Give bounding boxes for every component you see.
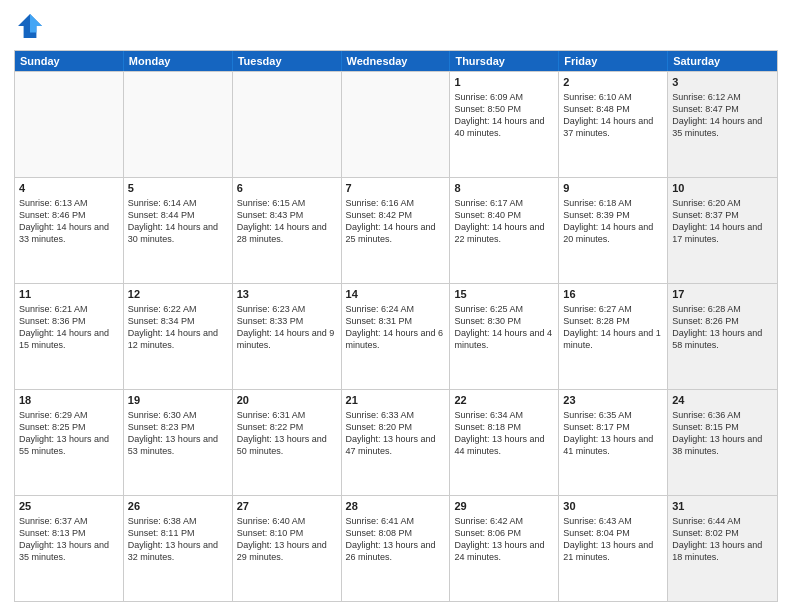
- header-day-saturday: Saturday: [668, 51, 777, 71]
- cell-info: Sunrise: 6:09 AM Sunset: 8:50 PM Dayligh…: [454, 91, 554, 140]
- calendar-row-4: 25Sunrise: 6:37 AM Sunset: 8:13 PM Dayli…: [15, 495, 777, 601]
- calendar-row-0: 1Sunrise: 6:09 AM Sunset: 8:50 PM Daylig…: [15, 71, 777, 177]
- day-number: 23: [563, 393, 663, 408]
- day-number: 28: [346, 499, 446, 514]
- cell-info: Sunrise: 6:38 AM Sunset: 8:11 PM Dayligh…: [128, 515, 228, 564]
- cell-info: Sunrise: 6:22 AM Sunset: 8:34 PM Dayligh…: [128, 303, 228, 352]
- cal-cell-2-3: 14Sunrise: 6:24 AM Sunset: 8:31 PM Dayli…: [342, 284, 451, 389]
- cal-cell-2-0: 11Sunrise: 6:21 AM Sunset: 8:36 PM Dayli…: [15, 284, 124, 389]
- cell-info: Sunrise: 6:30 AM Sunset: 8:23 PM Dayligh…: [128, 409, 228, 458]
- cell-info: Sunrise: 6:43 AM Sunset: 8:04 PM Dayligh…: [563, 515, 663, 564]
- cell-info: Sunrise: 6:31 AM Sunset: 8:22 PM Dayligh…: [237, 409, 337, 458]
- day-number: 20: [237, 393, 337, 408]
- day-number: 30: [563, 499, 663, 514]
- cell-info: Sunrise: 6:35 AM Sunset: 8:17 PM Dayligh…: [563, 409, 663, 458]
- logo: [14, 10, 50, 42]
- logo-icon: [14, 10, 46, 42]
- cal-cell-0-1: [124, 72, 233, 177]
- day-number: 31: [672, 499, 773, 514]
- cal-cell-3-3: 21Sunrise: 6:33 AM Sunset: 8:20 PM Dayli…: [342, 390, 451, 495]
- cell-info: Sunrise: 6:36 AM Sunset: 8:15 PM Dayligh…: [672, 409, 773, 458]
- cal-cell-4-4: 29Sunrise: 6:42 AM Sunset: 8:06 PM Dayli…: [450, 496, 559, 601]
- cal-cell-2-4: 15Sunrise: 6:25 AM Sunset: 8:30 PM Dayli…: [450, 284, 559, 389]
- day-number: 22: [454, 393, 554, 408]
- cell-info: Sunrise: 6:27 AM Sunset: 8:28 PM Dayligh…: [563, 303, 663, 352]
- cal-cell-2-1: 12Sunrise: 6:22 AM Sunset: 8:34 PM Dayli…: [124, 284, 233, 389]
- cal-cell-3-6: 24Sunrise: 6:36 AM Sunset: 8:15 PM Dayli…: [668, 390, 777, 495]
- cell-info: Sunrise: 6:17 AM Sunset: 8:40 PM Dayligh…: [454, 197, 554, 246]
- cal-cell-4-5: 30Sunrise: 6:43 AM Sunset: 8:04 PM Dayli…: [559, 496, 668, 601]
- cal-cell-4-3: 28Sunrise: 6:41 AM Sunset: 8:08 PM Dayli…: [342, 496, 451, 601]
- day-number: 10: [672, 181, 773, 196]
- calendar-body: 1Sunrise: 6:09 AM Sunset: 8:50 PM Daylig…: [15, 71, 777, 601]
- cal-cell-2-6: 17Sunrise: 6:28 AM Sunset: 8:26 PM Dayli…: [668, 284, 777, 389]
- cal-cell-3-2: 20Sunrise: 6:31 AM Sunset: 8:22 PM Dayli…: [233, 390, 342, 495]
- svg-marker-1: [30, 14, 42, 32]
- cell-info: Sunrise: 6:15 AM Sunset: 8:43 PM Dayligh…: [237, 197, 337, 246]
- day-number: 6: [237, 181, 337, 196]
- cal-cell-0-4: 1Sunrise: 6:09 AM Sunset: 8:50 PM Daylig…: [450, 72, 559, 177]
- cell-info: Sunrise: 6:37 AM Sunset: 8:13 PM Dayligh…: [19, 515, 119, 564]
- header-day-friday: Friday: [559, 51, 668, 71]
- day-number: 8: [454, 181, 554, 196]
- header-day-tuesday: Tuesday: [233, 51, 342, 71]
- day-number: 15: [454, 287, 554, 302]
- cal-cell-1-1: 5Sunrise: 6:14 AM Sunset: 8:44 PM Daylig…: [124, 178, 233, 283]
- day-number: 13: [237, 287, 337, 302]
- cell-info: Sunrise: 6:16 AM Sunset: 8:42 PM Dayligh…: [346, 197, 446, 246]
- day-number: 5: [128, 181, 228, 196]
- cal-cell-0-5: 2Sunrise: 6:10 AM Sunset: 8:48 PM Daylig…: [559, 72, 668, 177]
- cell-info: Sunrise: 6:23 AM Sunset: 8:33 PM Dayligh…: [237, 303, 337, 352]
- cell-info: Sunrise: 6:18 AM Sunset: 8:39 PM Dayligh…: [563, 197, 663, 246]
- cell-info: Sunrise: 6:42 AM Sunset: 8:06 PM Dayligh…: [454, 515, 554, 564]
- day-number: 4: [19, 181, 119, 196]
- cell-info: Sunrise: 6:25 AM Sunset: 8:30 PM Dayligh…: [454, 303, 554, 352]
- cell-info: Sunrise: 6:28 AM Sunset: 8:26 PM Dayligh…: [672, 303, 773, 352]
- day-number: 12: [128, 287, 228, 302]
- cal-cell-2-5: 16Sunrise: 6:27 AM Sunset: 8:28 PM Dayli…: [559, 284, 668, 389]
- header-day-sunday: Sunday: [15, 51, 124, 71]
- calendar: SundayMondayTuesdayWednesdayThursdayFrid…: [14, 50, 778, 602]
- cell-info: Sunrise: 6:21 AM Sunset: 8:36 PM Dayligh…: [19, 303, 119, 352]
- day-number: 11: [19, 287, 119, 302]
- cell-info: Sunrise: 6:20 AM Sunset: 8:37 PM Dayligh…: [672, 197, 773, 246]
- cal-cell-3-5: 23Sunrise: 6:35 AM Sunset: 8:17 PM Dayli…: [559, 390, 668, 495]
- cal-cell-3-0: 18Sunrise: 6:29 AM Sunset: 8:25 PM Dayli…: [15, 390, 124, 495]
- cal-cell-0-3: [342, 72, 451, 177]
- cal-cell-4-6: 31Sunrise: 6:44 AM Sunset: 8:02 PM Dayli…: [668, 496, 777, 601]
- calendar-header: SundayMondayTuesdayWednesdayThursdayFrid…: [15, 51, 777, 71]
- header-day-monday: Monday: [124, 51, 233, 71]
- cal-cell-3-1: 19Sunrise: 6:30 AM Sunset: 8:23 PM Dayli…: [124, 390, 233, 495]
- cal-cell-1-4: 8Sunrise: 6:17 AM Sunset: 8:40 PM Daylig…: [450, 178, 559, 283]
- cell-info: Sunrise: 6:33 AM Sunset: 8:20 PM Dayligh…: [346, 409, 446, 458]
- day-number: 21: [346, 393, 446, 408]
- day-number: 29: [454, 499, 554, 514]
- header-day-thursday: Thursday: [450, 51, 559, 71]
- cell-info: Sunrise: 6:24 AM Sunset: 8:31 PM Dayligh…: [346, 303, 446, 352]
- cell-info: Sunrise: 6:34 AM Sunset: 8:18 PM Dayligh…: [454, 409, 554, 458]
- cal-cell-0-0: [15, 72, 124, 177]
- calendar-row-3: 18Sunrise: 6:29 AM Sunset: 8:25 PM Dayli…: [15, 389, 777, 495]
- day-number: 24: [672, 393, 773, 408]
- cal-cell-4-2: 27Sunrise: 6:40 AM Sunset: 8:10 PM Dayli…: [233, 496, 342, 601]
- day-number: 14: [346, 287, 446, 302]
- calendar-row-2: 11Sunrise: 6:21 AM Sunset: 8:36 PM Dayli…: [15, 283, 777, 389]
- cal-cell-4-0: 25Sunrise: 6:37 AM Sunset: 8:13 PM Dayli…: [15, 496, 124, 601]
- cell-info: Sunrise: 6:41 AM Sunset: 8:08 PM Dayligh…: [346, 515, 446, 564]
- day-number: 16: [563, 287, 663, 302]
- cal-cell-1-0: 4Sunrise: 6:13 AM Sunset: 8:46 PM Daylig…: [15, 178, 124, 283]
- cell-info: Sunrise: 6:10 AM Sunset: 8:48 PM Dayligh…: [563, 91, 663, 140]
- header-day-wednesday: Wednesday: [342, 51, 451, 71]
- cal-cell-0-2: [233, 72, 342, 177]
- calendar-row-1: 4Sunrise: 6:13 AM Sunset: 8:46 PM Daylig…: [15, 177, 777, 283]
- cal-cell-0-6: 3Sunrise: 6:12 AM Sunset: 8:47 PM Daylig…: [668, 72, 777, 177]
- cal-cell-1-5: 9Sunrise: 6:18 AM Sunset: 8:39 PM Daylig…: [559, 178, 668, 283]
- cal-cell-4-1: 26Sunrise: 6:38 AM Sunset: 8:11 PM Dayli…: [124, 496, 233, 601]
- day-number: 1: [454, 75, 554, 90]
- day-number: 17: [672, 287, 773, 302]
- day-number: 25: [19, 499, 119, 514]
- cal-cell-1-2: 6Sunrise: 6:15 AM Sunset: 8:43 PM Daylig…: [233, 178, 342, 283]
- day-number: 27: [237, 499, 337, 514]
- cell-info: Sunrise: 6:29 AM Sunset: 8:25 PM Dayligh…: [19, 409, 119, 458]
- day-number: 2: [563, 75, 663, 90]
